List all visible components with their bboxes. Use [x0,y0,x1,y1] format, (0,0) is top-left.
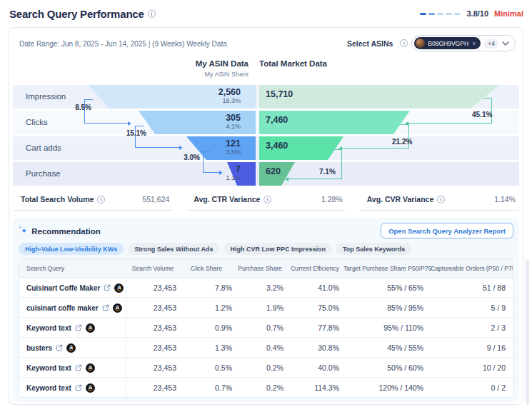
amazon-icon[interactable]: a [86,383,95,393]
funnel-band: Cart adds1213.5%3,460 [13,136,519,160]
app-header: Search Query Performance i 3.8/10 Minima… [9,5,523,22]
external-link-icon[interactable] [56,344,63,351]
arrow-tick [84,99,93,100]
stat-item: Avg. CVR Variancei1.14% [360,192,518,211]
click-share-cell: 0.5% [179,363,234,372]
info-icon[interactable]: i [437,196,445,204]
table-row[interactable]: busters a 23,453 1.3% 0.4% 30.8% 45% / 5… [19,338,513,358]
funnel-stage-label: Impression [26,85,66,109]
meter-dash [428,13,435,15]
column-header: Purchase Share [234,265,286,272]
external-link-icon[interactable] [104,284,111,291]
stat-value: 1.14% [494,195,516,204]
stat-value: 1.28% [321,195,343,204]
purchase-share-cell: 0.7% [234,323,286,332]
conversion-rate-label: 8.5% [75,104,91,111]
page-title: Search Query Performance [9,8,144,20]
severity-badge: Minimal [494,9,523,18]
target-purchase-share-cell: 85% / 95% [343,303,431,312]
info-icon[interactable]: i [400,39,408,47]
target-purchase-share-cell: 50% / 60% [343,363,431,372]
column-header: Search Query [19,265,126,272]
click-share-cell: 7.8% [179,283,234,292]
tab-top-sales-keywords[interactable]: Top Sales Keywords [336,243,411,255]
my-asin-number: 7 [226,164,241,174]
purchase-share-cell: 1.9% [234,303,286,312]
search-query-text: Keyword text [26,324,71,332]
search-query-text: Cuisinart Coffe Maker [26,284,100,292]
amazon-icon[interactable]: a [114,283,124,293]
arrow-tick [401,124,409,125]
my-asin-value: 71.1% [226,164,241,181]
table-row[interactable]: Keyword text a 23,453 0.9% 0.7% 77.8% 95… [19,318,513,338]
conversion-rate-label: 15.1% [126,129,146,137]
conversion-arrow [203,152,221,173]
funnel-stage-label: Clicks [26,111,48,134]
market-value: 3,460 [266,141,288,151]
current-efficiency-cell: 41.0% [286,283,343,292]
external-link-icon[interactable] [75,384,82,391]
stat-value: 551,624 [142,195,169,204]
arrow-head [219,171,223,175]
amazon-icon[interactable]: a [113,303,122,313]
info-icon[interactable]: i [97,196,105,204]
search-volume-cell: 23,453 [126,383,179,392]
vertical-scrollbar[interactable] [526,259,529,405]
chevron-down-icon[interactable] [502,41,509,46]
my-asin-data-header: My ASIN Data [196,59,249,68]
tab-strong-sales-without-ads[interactable]: Strong Sales Without Ads [128,243,219,255]
table-row[interactable]: cuisinart coffe maker a 23,453 1.2% 1.9%… [19,298,513,318]
my-asin-number: 2,560 [219,87,241,97]
search-volume-cell: 23,453 [126,283,179,292]
search-query-cell: cuisinart coffe maker a [19,298,126,318]
current-efficiency-cell: 40.0% [286,363,343,372]
conversion-rate-label: 3.0% [184,154,200,161]
tab-high-cvr-low-ppc-impression[interactable]: High CVR Low PPC Impression [224,243,332,255]
score-group: 3.8/10 Minimal [420,9,523,18]
total-market-data-header: Total Market Data [259,59,327,68]
recommendation-tabs: High-Value Low-Visibility KWsStrong Sale… [19,243,411,255]
search-query-text: busters [26,344,52,352]
stat-item: Avg. CTR Variancei1.28% [186,192,345,211]
table-row[interactable]: Keyword text a 23,453 0.7% 0.2% 114.3% 1… [19,378,513,398]
external-link-icon[interactable] [75,324,82,331]
capturable-orders-cell: 51 / 88 [431,283,513,292]
external-link-icon[interactable] [75,364,82,371]
amazon-icon[interactable]: a [86,363,95,373]
search-query-cell: Cuisinart Coffe Maker a [19,278,126,298]
info-icon[interactable]: i [148,10,156,18]
purchase-share-cell: 0.2% [234,363,286,372]
amazon-icon[interactable]: a [66,343,76,353]
current-efficiency-cell: 75.0% [286,303,343,312]
open-analyzer-report-button[interactable]: Open Search Query Analyzer Report [381,223,513,238]
my-asin-value: 1213.5% [226,139,241,156]
report-card: Date Range: Jun 8, 2025 - Jun 14, 2025 |… [9,27,523,405]
arrow-tick [333,149,342,150]
target-purchase-share-cell: 120% / 140% [343,383,431,392]
recommendation-panel: ✦✦ Recommendation Open Search Query Anal… [13,218,519,402]
search-query-text: cuisinart coffe maker [26,304,99,312]
my-asin-value: 2,56016.3% [219,87,241,104]
table-row[interactable]: Keyword text a 23,453 0.5% 0.2% 40.0% 50… [19,358,513,378]
column-header: Captureable Orders (P50 / P75) [431,265,513,272]
meter-dash [437,13,443,15]
asin-chip[interactable]: B08GH9VGPH × [414,37,481,49]
meter-dash [420,13,426,15]
capturable-orders-cell: 9 / 16 [431,343,513,352]
arrow-tick [483,98,492,99]
external-link-icon[interactable] [102,304,109,311]
table-row[interactable]: Cuisinart Coffe Maker a 23,453 7.8% 3.2%… [19,278,513,298]
stat-item: Total Search Volumei551,624 [14,192,172,211]
my-asin-share: 4.1% [226,123,241,130]
search-query-cell: Keyword text a [19,318,126,338]
click-share-cell: 0.9% [179,323,234,332]
purchase-share-cell: 3.2% [234,283,286,292]
asin-select-dropdown[interactable]: B08GH9VGPH × +4 [411,35,516,51]
info-icon[interactable]: i [264,196,271,204]
funnel-stage-label: Purchase [26,162,61,186]
amazon-icon[interactable]: a [86,323,95,333]
tab-high-value-low-visibility-kws[interactable]: High-Value Low-Visibility KWs [19,243,124,255]
stats-row: Total Search Volumei551,624Avg. CTR Vari… [14,192,518,211]
search-query-performance-page: Search Query Performance i 3.8/10 Minima… [0,0,532,407]
close-icon[interactable]: × [472,40,476,47]
